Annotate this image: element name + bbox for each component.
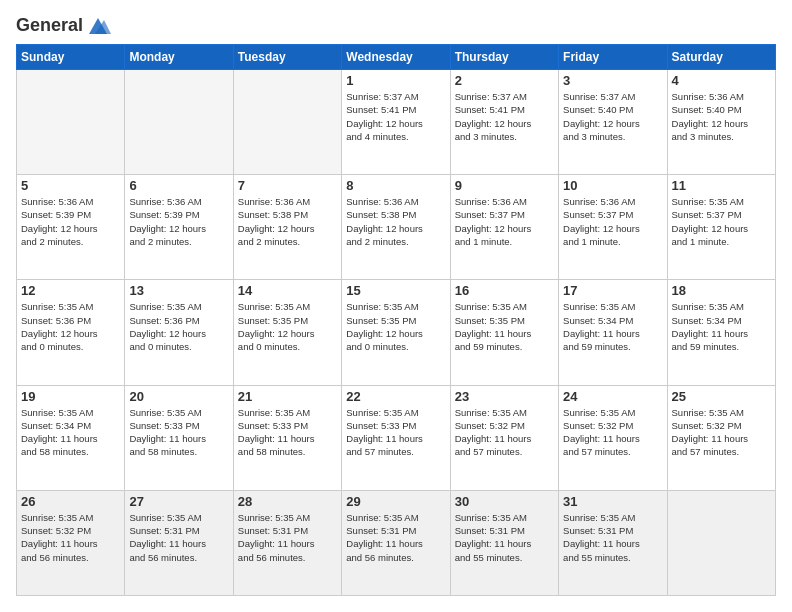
day-info: Sunrise: 5:37 AM Sunset: 5:40 PM Dayligh… xyxy=(563,90,662,143)
calendar-cell: 24Sunrise: 5:35 AM Sunset: 5:32 PM Dayli… xyxy=(559,385,667,490)
weekday-header: Wednesday xyxy=(342,45,450,70)
day-number: 13 xyxy=(129,283,228,298)
day-info: Sunrise: 5:35 AM Sunset: 5:32 PM Dayligh… xyxy=(21,511,120,564)
day-info: Sunrise: 5:35 AM Sunset: 5:35 PM Dayligh… xyxy=(455,300,554,353)
day-number: 15 xyxy=(346,283,445,298)
calendar-cell: 5Sunrise: 5:36 AM Sunset: 5:39 PM Daylig… xyxy=(17,175,125,280)
day-number: 28 xyxy=(238,494,337,509)
day-number: 8 xyxy=(346,178,445,193)
day-info: Sunrise: 5:35 AM Sunset: 5:33 PM Dayligh… xyxy=(238,406,337,459)
calendar-cell: 29Sunrise: 5:35 AM Sunset: 5:31 PM Dayli… xyxy=(342,490,450,595)
day-number: 2 xyxy=(455,73,554,88)
weekday-header: Friday xyxy=(559,45,667,70)
day-info: Sunrise: 5:37 AM Sunset: 5:41 PM Dayligh… xyxy=(455,90,554,143)
day-info: Sunrise: 5:35 AM Sunset: 5:33 PM Dayligh… xyxy=(129,406,228,459)
calendar-week-row: 5Sunrise: 5:36 AM Sunset: 5:39 PM Daylig… xyxy=(17,175,776,280)
day-number: 10 xyxy=(563,178,662,193)
calendar-cell: 9Sunrise: 5:36 AM Sunset: 5:37 PM Daylig… xyxy=(450,175,558,280)
calendar-week-row: 19Sunrise: 5:35 AM Sunset: 5:34 PM Dayli… xyxy=(17,385,776,490)
day-info: Sunrise: 5:36 AM Sunset: 5:39 PM Dayligh… xyxy=(129,195,228,248)
calendar-cell: 10Sunrise: 5:36 AM Sunset: 5:37 PM Dayli… xyxy=(559,175,667,280)
calendar-cell: 28Sunrise: 5:35 AM Sunset: 5:31 PM Dayli… xyxy=(233,490,341,595)
day-info: Sunrise: 5:35 AM Sunset: 5:34 PM Dayligh… xyxy=(672,300,771,353)
weekday-header: Tuesday xyxy=(233,45,341,70)
day-info: Sunrise: 5:35 AM Sunset: 5:32 PM Dayligh… xyxy=(563,406,662,459)
weekday-header: Thursday xyxy=(450,45,558,70)
calendar-cell: 7Sunrise: 5:36 AM Sunset: 5:38 PM Daylig… xyxy=(233,175,341,280)
day-info: Sunrise: 5:35 AM Sunset: 5:34 PM Dayligh… xyxy=(563,300,662,353)
day-info: Sunrise: 5:35 AM Sunset: 5:34 PM Dayligh… xyxy=(21,406,120,459)
calendar-cell: 21Sunrise: 5:35 AM Sunset: 5:33 PM Dayli… xyxy=(233,385,341,490)
day-info: Sunrise: 5:35 AM Sunset: 5:31 PM Dayligh… xyxy=(455,511,554,564)
calendar-cell: 22Sunrise: 5:35 AM Sunset: 5:33 PM Dayli… xyxy=(342,385,450,490)
day-info: Sunrise: 5:37 AM Sunset: 5:41 PM Dayligh… xyxy=(346,90,445,143)
day-number: 7 xyxy=(238,178,337,193)
day-info: Sunrise: 5:35 AM Sunset: 5:31 PM Dayligh… xyxy=(129,511,228,564)
calendar-cell: 1Sunrise: 5:37 AM Sunset: 5:41 PM Daylig… xyxy=(342,70,450,175)
calendar-cell: 16Sunrise: 5:35 AM Sunset: 5:35 PM Dayli… xyxy=(450,280,558,385)
calendar-cell: 18Sunrise: 5:35 AM Sunset: 5:34 PM Dayli… xyxy=(667,280,775,385)
calendar-cell: 3Sunrise: 5:37 AM Sunset: 5:40 PM Daylig… xyxy=(559,70,667,175)
weekday-header: Sunday xyxy=(17,45,125,70)
calendar-cell: 11Sunrise: 5:35 AM Sunset: 5:37 PM Dayli… xyxy=(667,175,775,280)
calendar-table: SundayMondayTuesdayWednesdayThursdayFrid… xyxy=(16,44,776,596)
calendar-cell: 17Sunrise: 5:35 AM Sunset: 5:34 PM Dayli… xyxy=(559,280,667,385)
day-number: 17 xyxy=(563,283,662,298)
day-number: 30 xyxy=(455,494,554,509)
day-number: 1 xyxy=(346,73,445,88)
calendar-cell: 6Sunrise: 5:36 AM Sunset: 5:39 PM Daylig… xyxy=(125,175,233,280)
calendar-cell: 19Sunrise: 5:35 AM Sunset: 5:34 PM Dayli… xyxy=(17,385,125,490)
calendar-cell: 20Sunrise: 5:35 AM Sunset: 5:33 PM Dayli… xyxy=(125,385,233,490)
day-number: 11 xyxy=(672,178,771,193)
day-number: 14 xyxy=(238,283,337,298)
day-info: Sunrise: 5:36 AM Sunset: 5:37 PM Dayligh… xyxy=(563,195,662,248)
calendar-cell: 26Sunrise: 5:35 AM Sunset: 5:32 PM Dayli… xyxy=(17,490,125,595)
day-number: 21 xyxy=(238,389,337,404)
logo-icon xyxy=(85,16,111,36)
day-number: 20 xyxy=(129,389,228,404)
day-number: 29 xyxy=(346,494,445,509)
calendar-week-row: 12Sunrise: 5:35 AM Sunset: 5:36 PM Dayli… xyxy=(17,280,776,385)
calendar-cell: 15Sunrise: 5:35 AM Sunset: 5:35 PM Dayli… xyxy=(342,280,450,385)
day-info: Sunrise: 5:35 AM Sunset: 5:35 PM Dayligh… xyxy=(238,300,337,353)
calendar-cell: 25Sunrise: 5:35 AM Sunset: 5:32 PM Dayli… xyxy=(667,385,775,490)
calendar-cell xyxy=(125,70,233,175)
calendar-cell: 14Sunrise: 5:35 AM Sunset: 5:35 PM Dayli… xyxy=(233,280,341,385)
day-info: Sunrise: 5:35 AM Sunset: 5:32 PM Dayligh… xyxy=(672,406,771,459)
calendar-cell: 13Sunrise: 5:35 AM Sunset: 5:36 PM Dayli… xyxy=(125,280,233,385)
day-info: Sunrise: 5:35 AM Sunset: 5:33 PM Dayligh… xyxy=(346,406,445,459)
day-number: 25 xyxy=(672,389,771,404)
day-info: Sunrise: 5:36 AM Sunset: 5:38 PM Dayligh… xyxy=(346,195,445,248)
calendar-cell: 30Sunrise: 5:35 AM Sunset: 5:31 PM Dayli… xyxy=(450,490,558,595)
calendar-cell: 27Sunrise: 5:35 AM Sunset: 5:31 PM Dayli… xyxy=(125,490,233,595)
day-info: Sunrise: 5:35 AM Sunset: 5:36 PM Dayligh… xyxy=(21,300,120,353)
day-number: 4 xyxy=(672,73,771,88)
day-number: 16 xyxy=(455,283,554,298)
day-number: 19 xyxy=(21,389,120,404)
day-number: 5 xyxy=(21,178,120,193)
day-info: Sunrise: 5:35 AM Sunset: 5:32 PM Dayligh… xyxy=(455,406,554,459)
day-info: Sunrise: 5:35 AM Sunset: 5:37 PM Dayligh… xyxy=(672,195,771,248)
day-info: Sunrise: 5:35 AM Sunset: 5:31 PM Dayligh… xyxy=(346,511,445,564)
day-number: 22 xyxy=(346,389,445,404)
day-info: Sunrise: 5:35 AM Sunset: 5:31 PM Dayligh… xyxy=(238,511,337,564)
calendar-week-row: 26Sunrise: 5:35 AM Sunset: 5:32 PM Dayli… xyxy=(17,490,776,595)
day-info: Sunrise: 5:36 AM Sunset: 5:39 PM Dayligh… xyxy=(21,195,120,248)
calendar-cell: 23Sunrise: 5:35 AM Sunset: 5:32 PM Dayli… xyxy=(450,385,558,490)
calendar-week-row: 1Sunrise: 5:37 AM Sunset: 5:41 PM Daylig… xyxy=(17,70,776,175)
logo: General xyxy=(16,16,111,34)
calendar-cell: 4Sunrise: 5:36 AM Sunset: 5:40 PM Daylig… xyxy=(667,70,775,175)
weekday-header: Saturday xyxy=(667,45,775,70)
day-info: Sunrise: 5:35 AM Sunset: 5:31 PM Dayligh… xyxy=(563,511,662,564)
day-number: 27 xyxy=(129,494,228,509)
day-number: 3 xyxy=(563,73,662,88)
day-info: Sunrise: 5:36 AM Sunset: 5:40 PM Dayligh… xyxy=(672,90,771,143)
day-number: 6 xyxy=(129,178,228,193)
calendar-cell: 8Sunrise: 5:36 AM Sunset: 5:38 PM Daylig… xyxy=(342,175,450,280)
calendar-cell: 31Sunrise: 5:35 AM Sunset: 5:31 PM Dayli… xyxy=(559,490,667,595)
day-info: Sunrise: 5:36 AM Sunset: 5:37 PM Dayligh… xyxy=(455,195,554,248)
day-number: 23 xyxy=(455,389,554,404)
day-number: 26 xyxy=(21,494,120,509)
calendar-cell xyxy=(233,70,341,175)
day-number: 12 xyxy=(21,283,120,298)
